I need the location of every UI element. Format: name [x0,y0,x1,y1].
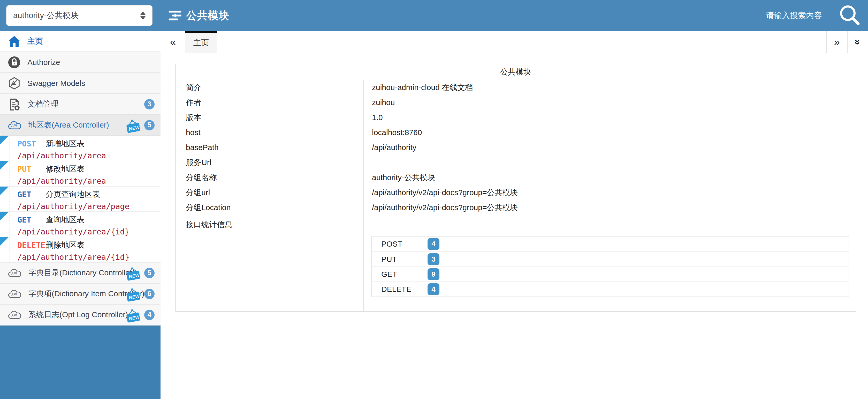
new-tag-icon: NEW [125,119,142,135]
sidebar-item-authorize[interactable]: Authorize [0,52,160,73]
row-value: /api/authority/v2/api-docs?group=公共模块 [363,200,856,215]
count-badge: 5 [144,268,155,278]
row-label: 作者 [176,95,363,110]
stats-method: DELETE [372,285,420,294]
stats-count-badge: 4 [428,283,439,295]
new-ribbon-icon [0,237,8,255]
svg-text:API: API [11,292,17,296]
stats-row: GET 9 [372,266,848,282]
endpoint-path: /api/authority/area [17,151,160,160]
row-value: /api/authority/v2/api-docs?group=公共模块 [363,185,856,200]
sidebar-controller-area[interactable]: API 地区表(Area Controller) NEW 5 [0,115,160,136]
search-icon[interactable] [837,3,862,28]
brand: 公共模块 [168,8,229,23]
endpoint-get-area-page[interactable]: NEW GET 分页查询地区表 /api/authority/area/page [0,187,160,212]
svg-text:API: API [11,313,17,317]
tab-right-controls: » » [826,31,868,53]
endpoint-path: /api/authority/area/page [17,202,160,211]
stats-cell: POST 4 PUT 3 GET 9 [363,215,856,311]
table-row: 简介 zuihou-admin-cloud 在线文档 [176,80,856,95]
models-icon [8,77,21,90]
row-value: authority-公共模块 [363,170,856,185]
endpoint-put-area[interactable]: NEW PUT 修改地区表 /api/authority/area [0,161,160,187]
sidebar: 主页 Authorize Swagger Models [0,31,160,399]
table-row: 服务Url [176,155,856,170]
tab-collapse-icon[interactable]: » [847,31,868,53]
table-row: 分组url /api/authority/v2/api-docs?group=公… [176,185,856,200]
row-value [363,155,856,170]
row-label: 服务Url [176,155,363,170]
sidebar-item-swagger-models[interactable]: Swagger Models [0,73,160,94]
cloud-api-icon: API [8,120,22,131]
row-label: 接口统计信息 [176,215,363,311]
new-ribbon-icon [0,161,8,179]
row-label: 分组url [176,185,363,200]
search-input[interactable]: 请输入搜索内容 [766,10,822,21]
group-select[interactable]: authority-公共模块 [6,5,153,26]
new-ribbon-icon [0,187,8,205]
count-badge: 4 [144,310,155,320]
gear-glyph [14,105,20,111]
endpoint-path: /api/authority/area/{id} [17,253,160,262]
endpoint-get-area-id[interactable]: NEW GET 查询地区表 /api/authority/area/{id} [0,212,160,237]
cloud-api-icon: API [8,310,22,320]
swagger-bootstrap-ui-page: authority-公共模块 公共模块 请输入搜索内容 [0,0,868,399]
row-label: 分组名称 [176,170,363,185]
row-label: host [176,125,363,140]
row-value: localhost:8760 [363,125,856,140]
method-label: DELETE [17,240,46,250]
sidebar-item-label: 主页 [27,36,43,47]
tab-scroll-right-icon[interactable]: » [826,31,847,53]
stats-method: POST [372,239,420,248]
row-value: /api/authority [363,140,856,155]
method-label: POST [17,139,46,148]
new-ribbon-icon [0,136,8,154]
cloud-api-icon: API [8,289,22,299]
new-tag-icon: NEW [125,288,142,303]
module-icon [168,10,182,21]
header-bar: authority-公共模块 公共模块 请输入搜索内容 [0,0,868,31]
row-value: zuihou-admin-cloud 在线文档 [363,80,856,95]
method-label: PUT [17,165,46,174]
endpoint-list: NEW POST 新增地区表 /api/authority/area NEW P… [0,136,160,263]
new-tag-icon: NEW [125,267,142,282]
controller-label: 地区表(Area Controller) [28,120,109,131]
select-stepper-icon [141,11,146,20]
table-row: 分组Location /api/authority/v2/api-docs?gr… [176,200,856,215]
sidebar-item-home[interactable]: 主页 [0,31,160,52]
sidebar-controller-dictionary[interactable]: API 字典目录(Dictionary Controller) NEW 5 [0,263,160,284]
endpoint-name: 分页查询地区表 [46,189,100,200]
new-tag-icon: NEW [125,309,142,324]
stats-method: GET [372,270,420,279]
endpoint-name: 查询地区表 [46,215,85,225]
row-label: 版本 [176,110,363,125]
home-icon [8,35,21,47]
endpoint-path: /api/authority/area [17,176,160,186]
table-row: 分组名称 authority-公共模块 [176,170,856,185]
table-row: basePath /api/authority [176,140,856,155]
cloud-api-icon: API [8,268,22,278]
tab-home[interactable]: 主页 [185,31,217,53]
stats-method: PUT [372,255,420,264]
module-info-table: 公共模块 简介 zuihou-admin-cloud 在线文档 作者 zuiho… [175,64,856,312]
sidebar-controller-dictionary-item[interactable]: API 字典项(Dictionary Item Controller) NEW … [0,284,160,305]
stats-row: POST 4 [372,236,848,252]
lock-icon [8,56,21,69]
group-select-value: authority-公共模块 [13,10,137,21]
stats-row: DELETE 4 [372,282,848,296]
count-badge: 3 [144,99,155,110]
table-row-stats: 接口统计信息 POST 4 PUT 3 G [176,215,856,311]
endpoint-post-area[interactable]: NEW POST 新增地区表 /api/authority/area [0,136,160,161]
svg-text:API: API [11,272,17,275]
endpoint-delete-area-id[interactable]: NEW DELETE 删除地区表 /api/authority/area/{id… [0,237,160,263]
content: 公共模块 简介 zuihou-admin-cloud 在线文档 作者 zuiho… [160,53,868,312]
row-label: basePath [176,140,363,155]
stats-count-badge: 4 [428,238,439,250]
sidebar-controller-optlog[interactable]: API 系统日志(Opt Log Controller) NEW 4 [0,305,160,325]
sidebar-item-doc-manage[interactable]: 文档管理 3 [0,94,160,115]
stats-row: PUT 3 [372,252,848,266]
table-row: 作者 zuihou [176,95,856,110]
tab-scroll-left-icon[interactable]: « [160,31,185,53]
row-value: zuihou [363,95,856,110]
header-right: 请输入搜索内容 [766,3,868,28]
